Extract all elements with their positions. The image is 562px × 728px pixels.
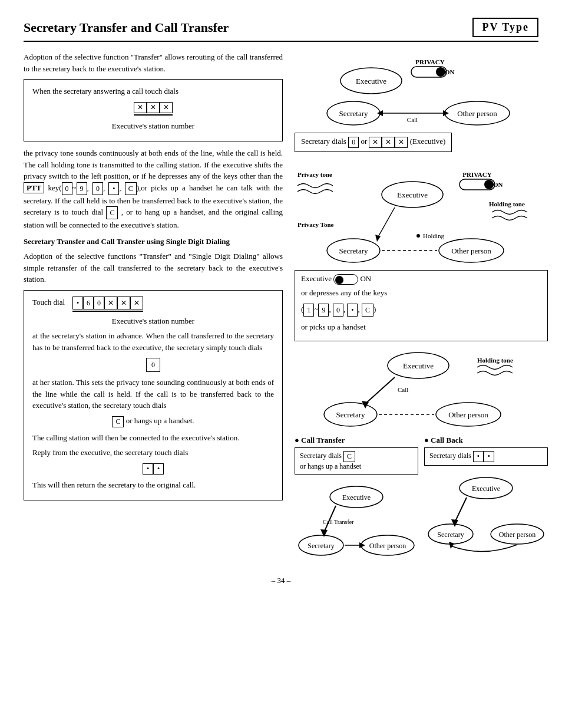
- call-transfer-diagram: Executive Call Transfer Secretary Other …: [295, 479, 418, 556]
- diagram1: Executive PRIVACY ON Secretary Other per…: [295, 51, 548, 130]
- svg-text:PRIVACY: PRIVACY: [415, 58, 444, 65]
- svg-text:Executive: Executive: [397, 190, 428, 199]
- connecting-text: The calling station will then be connect…: [32, 432, 274, 444]
- privacy-text: the privacy tone sounds continuously at …: [24, 147, 283, 231]
- box1-heading: When the secretary answering a call touc…: [32, 85, 274, 97]
- svg-text:ON: ON: [445, 68, 455, 75]
- svg-text:Other person: Other person: [451, 246, 491, 255]
- svg-text:Executive: Executive: [403, 361, 434, 370]
- svg-text:Secretary: Secretary: [437, 531, 464, 539]
- page-title: Secretary Transfer and Call Transfer: [24, 20, 229, 35]
- xxx-keys: ✕✕✕: [32, 102, 274, 116]
- box2-para1: at the secretary's station in advance. W…: [32, 330, 274, 353]
- svg-text:Other person: Other person: [457, 109, 497, 118]
- box2-heading: Touch dial •60✕✕✕: [32, 297, 274, 312]
- key-x3: ✕: [160, 102, 173, 113]
- key-x2: ✕: [147, 102, 160, 113]
- svg-marker-53: [359, 542, 365, 548]
- return-text: This will then return the secretary to t…: [32, 479, 274, 491]
- left-column: Adoption of the selective function "Tran…: [24, 51, 283, 558]
- svg-text:Other person: Other person: [448, 410, 488, 419]
- svg-text:Other person: Other person: [369, 542, 406, 550]
- key-c-or-hang: C or hangs up a handset.: [32, 416, 274, 427]
- svg-marker-57: [451, 519, 458, 527]
- svg-line-30: [377, 207, 395, 239]
- svg-text:Secretary: Secretary: [339, 246, 368, 255]
- svg-text:Executive: Executive: [342, 493, 371, 502]
- diagram2-label: Secretary dials 0 or ✕✕✕ (Executive): [295, 133, 452, 152]
- key-x4: ✕: [104, 297, 117, 309]
- privacy-switch: [333, 274, 358, 285]
- key-x1: ✕: [134, 102, 147, 113]
- svg-text:Secretary: Secretary: [339, 109, 368, 118]
- main-content: Adoption of the selective function "Tran…: [24, 51, 538, 558]
- diagram3: Privacy tone Executive PRIVACY ON Holdin…: [295, 159, 548, 268]
- svg-text:ON: ON: [493, 181, 503, 188]
- diagram5: Executive Holding tone Call Secretary Ot…: [295, 345, 548, 430]
- diagram5-svg: Executive Holding tone Call Secretary Ot…: [295, 345, 542, 427]
- key-6: 6: [83, 297, 94, 309]
- svg-text:Privacy Tone: Privacy Tone: [297, 221, 334, 228]
- svg-point-4: [436, 67, 445, 77]
- page-number: – 34 –: [272, 576, 291, 585]
- svg-marker-62: [449, 542, 454, 549]
- box2-para2: at her station. This sets the privacy to…: [32, 377, 274, 411]
- call-transfer-col: ● Call Transfer Secretary dials C or han…: [295, 436, 418, 558]
- svg-text:Holding tone: Holding tone: [477, 357, 513, 364]
- svg-text:PRIVACY: PRIVACY: [462, 171, 491, 178]
- svg-text:Call: Call: [407, 116, 418, 123]
- svg-point-23: [416, 234, 420, 238]
- svg-line-36: [365, 377, 395, 404]
- reply-text: Reply from the executive, the secretary …: [32, 447, 274, 459]
- call-transfer-box: Secretary dials C or hangs up a handset: [295, 447, 418, 475]
- pv-type-box: PV Type: [472, 18, 538, 37]
- station-label: Executive's station number: [32, 120, 274, 132]
- station-label2: Executive's station number: [32, 315, 274, 327]
- svg-text:Holding tone: Holding tone: [489, 200, 525, 207]
- key-0-single: 0: [32, 358, 274, 372]
- page-header: Secretary Transfer and Call Transfer PV …: [24, 18, 538, 42]
- call-back-diagram: Executive Secretary Other person: [424, 470, 548, 556]
- call-back-box: Secretary dials ••: [424, 447, 548, 466]
- diagram4: Executive ON or depresses any of the key…: [295, 270, 548, 341]
- svg-text:Executive: Executive: [472, 485, 500, 493]
- call-back-col: ● Call Back Secretary dials •• Executive…: [424, 436, 548, 558]
- key-x6: ✕: [130, 297, 143, 309]
- diagram1-svg: Executive PRIVACY ON Secretary Other per…: [295, 51, 542, 128]
- box1: When the secretary answering a call touc…: [24, 79, 283, 141]
- right-column: Executive PRIVACY ON Secretary Other per…: [295, 51, 548, 558]
- key-dot: •: [72, 297, 83, 309]
- svg-text:Other person: Other person: [499, 531, 535, 539]
- svg-text:Call: Call: [398, 386, 408, 393]
- intro-text: Adoption of the selective function "Tran…: [24, 51, 283, 74]
- call-transfer-section: ● Call Transfer Secretary dials C or han…: [295, 436, 548, 558]
- key-x5: ✕: [117, 297, 130, 309]
- section-heading: Secretary Transfer and Call Transfer usi…: [24, 236, 283, 248]
- svg-text:Call Transfer: Call Transfer: [323, 519, 354, 525]
- dot-dot-keys: ••: [32, 463, 274, 475]
- svg-text:Holding: Holding: [423, 232, 445, 239]
- box2: Touch dial •60✕✕✕ Executive's station nu…: [24, 290, 283, 501]
- svg-text:Privacy tone: Privacy tone: [297, 171, 332, 178]
- svg-text:Secretary: Secretary: [336, 410, 365, 419]
- svg-marker-31: [375, 235, 381, 242]
- svg-point-19: [484, 180, 494, 189]
- svg-text:Secretary: Secretary: [308, 542, 334, 550]
- page-footer: – 34 –: [24, 576, 538, 585]
- diagram3-svg: Privacy tone Executive PRIVACY ON Holdin…: [295, 159, 542, 265]
- svg-line-56: [455, 498, 467, 522]
- svg-marker-11: [443, 110, 449, 116]
- svg-text:Executive: Executive: [356, 77, 386, 85]
- key-0: 0: [94, 297, 104, 309]
- section-text: Adoption of the selective functions "Tra…: [24, 251, 283, 285]
